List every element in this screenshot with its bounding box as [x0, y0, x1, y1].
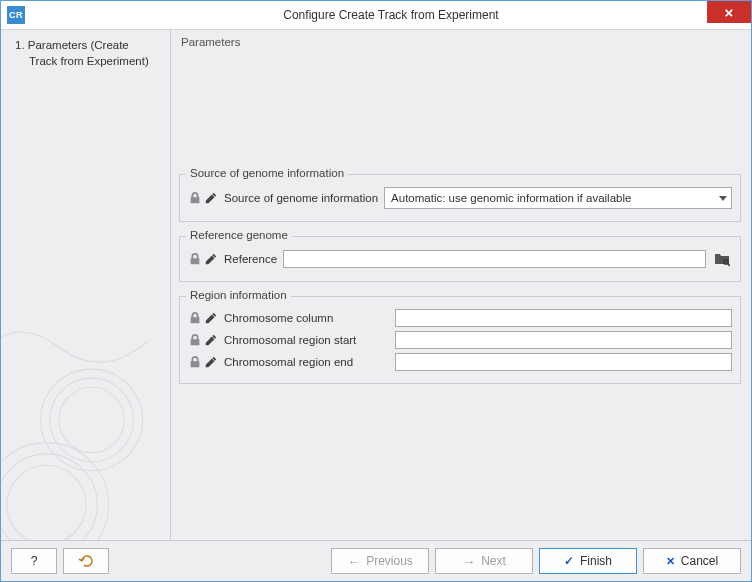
next-button[interactable]: Next [435, 548, 533, 574]
app-icon: CR [7, 6, 25, 24]
group-region: Region information Chromosome column [179, 296, 741, 384]
edit-icon[interactable] [204, 252, 218, 266]
edit-icon[interactable] [204, 355, 218, 369]
row-chrom-col-icons [188, 311, 218, 325]
browse-reference-button[interactable] [712, 249, 732, 269]
reset-button[interactable] [63, 548, 109, 574]
wizard-step-1[interactable]: 1. Parameters (Create Track from Experim… [15, 38, 158, 69]
arrow-left-icon [347, 554, 360, 569]
panel-heading: Parameters [181, 36, 741, 48]
lock-icon[interactable] [188, 311, 202, 325]
button-bar: ? Previous Next Finish Cancel [1, 540, 751, 581]
dialog-window: CR Configure Create Track from Experimen… [0, 0, 752, 582]
select-source-value: Automatic: use genomic information if av… [391, 192, 631, 204]
spacer [179, 54, 741, 174]
lock-icon[interactable] [188, 355, 202, 369]
lock-icon[interactable] [188, 191, 202, 205]
svg-line-1 [728, 264, 730, 266]
next-label: Next [481, 554, 506, 568]
group-region-legend: Region information [186, 289, 291, 301]
row-region-end: Chromosomal region end [188, 353, 732, 371]
edit-icon[interactable] [204, 333, 218, 347]
cancel-label: Cancel [681, 554, 718, 568]
window-title: Configure Create Track from Experiment [31, 8, 751, 22]
titlebar: CR Configure Create Track from Experimen… [1, 1, 751, 30]
close-icon: × [725, 4, 734, 21]
row-source-icons [188, 191, 218, 205]
browse-icon [714, 251, 730, 267]
input-region-start[interactable] [395, 331, 732, 349]
row-reference: Reference [188, 249, 732, 269]
check-icon [564, 554, 574, 568]
group-reference-legend: Reference genome [186, 229, 292, 241]
input-region-end[interactable] [395, 353, 732, 371]
row-region-end-icons [188, 355, 218, 369]
row-reference-icons [188, 252, 218, 266]
dialog-body: 1. Parameters (Create Track from Experim… [1, 30, 751, 540]
input-reference[interactable] [283, 250, 706, 268]
edit-icon[interactable] [204, 191, 218, 205]
help-button[interactable]: ? [11, 548, 57, 574]
undo-icon [78, 554, 94, 568]
main-inner: Parameters Source of genome information … [171, 30, 751, 540]
input-chrom-col[interactable] [395, 309, 732, 327]
cancel-button[interactable]: Cancel [643, 548, 741, 574]
close-button[interactable]: × [707, 1, 751, 23]
group-reference: Reference genome Reference [179, 236, 741, 282]
label-reference: Reference [224, 253, 277, 265]
label-region-start: Chromosomal region start [224, 334, 389, 346]
xmark-icon [666, 554, 675, 568]
finish-label: Finish [580, 554, 612, 568]
row-region-start: Chromosomal region start [188, 331, 732, 349]
group-source: Source of genome information Source of g… [179, 174, 741, 222]
main-panel: Parameters Source of genome information … [171, 30, 751, 540]
group-source-legend: Source of genome information [186, 167, 348, 179]
row-region-start-icons [188, 333, 218, 347]
watermark [1, 290, 171, 540]
label-chrom-col: Chromosome column [224, 312, 389, 324]
previous-label: Previous [366, 554, 413, 568]
lock-icon[interactable] [188, 333, 202, 347]
chevron-down-icon [719, 196, 727, 201]
help-icon: ? [31, 554, 38, 568]
arrow-right-icon [462, 554, 475, 569]
row-source: Source of genome information Automatic: … [188, 187, 732, 209]
label-source: Source of genome information [224, 192, 378, 204]
edit-icon[interactable] [204, 311, 218, 325]
row-chrom-col: Chromosome column [188, 309, 732, 327]
wizard-sidebar: 1. Parameters (Create Track from Experim… [1, 30, 171, 540]
previous-button[interactable]: Previous [331, 548, 429, 574]
finish-button[interactable]: Finish [539, 548, 637, 574]
label-region-end: Chromosomal region end [224, 356, 389, 368]
select-source[interactable]: Automatic: use genomic information if av… [384, 187, 732, 209]
lock-icon[interactable] [188, 252, 202, 266]
